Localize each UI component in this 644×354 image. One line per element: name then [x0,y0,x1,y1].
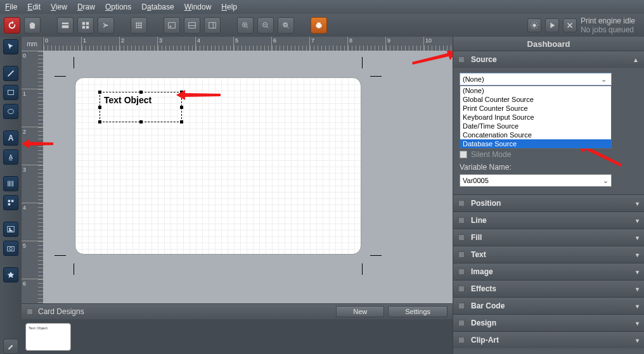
section-header[interactable]: Text▾ [453,246,644,263]
svg-rect-12 [284,23,287,26]
section-header[interactable]: Bar Code▾ [453,298,644,314]
section-toggle-icon [458,337,465,343]
menu-database[interactable]: Database [141,3,174,11]
section-toggle-icon [458,234,465,241]
chevron-down-icon: ⌄ [603,177,609,185]
rect-tool[interactable] [3,85,18,100]
card-surface[interactable]: Text Object [75,77,361,255]
section-header[interactable]: Design▾ [453,315,644,331]
zoom-fit-button[interactable] [278,17,294,34]
section-title: Text [471,250,486,259]
camera-tool[interactable] [3,241,18,256]
ellipse-tool[interactable] [3,104,18,119]
rtf-tool[interactable]: A̲ [3,149,18,165]
settings-design-button[interactable]: Settings [388,306,448,317]
engine-play-button[interactable] [545,18,559,32]
menu-help[interactable]: Help [221,3,237,11]
source-option[interactable]: Print Counter Source [460,104,611,113]
menu-draw[interactable]: Draw [77,3,95,11]
menu-bar: File Edit View Draw Options Database Win… [0,0,644,14]
trash-button[interactable] [24,17,41,34]
section-title: Line [471,216,487,225]
line-tool[interactable] [3,66,18,81]
section-toggle-icon [458,200,465,206]
annotation-arrow-icon [412,51,453,65]
section-title: Position [471,199,501,208]
db-grid-button[interactable] [77,17,94,34]
source-option[interactable]: (None) [460,86,611,95]
svg-rect-14 [317,23,320,25]
layout-button-1[interactable] [164,17,180,34]
panel-collapse-icon[interactable] [27,308,33,315]
svg-rect-6 [189,25,196,26]
grid-toggle-button[interactable] [131,17,147,34]
db-broadcast-button[interactable] [98,17,114,34]
source-combo-value: (None) [463,75,484,83]
section-header[interactable]: Image▾ [453,263,644,280]
svg-rect-0 [62,23,69,25]
svg-rect-1 [62,25,69,28]
section-title: Fill [471,233,482,242]
print-button[interactable] [311,17,327,34]
design-thumbnail[interactable]: Text Object [25,323,71,351]
source-option[interactable]: Date/Time Source [460,122,611,130]
section-toggle-icon [458,286,465,292]
section-header[interactable]: Clip-Art▾ [453,332,644,348]
text-tool[interactable]: A [3,130,18,146]
print-status: Print engine idle No jobs queued [527,16,640,34]
section-header[interactable]: Position▾ [453,195,644,212]
svg-point-18 [8,110,14,114]
chevron-down-icon: ▾ [636,217,639,224]
image-tool[interactable] [3,222,18,237]
chevron-up-icon: ▲ [633,56,639,63]
menu-view[interactable]: View [51,3,67,11]
menu-window[interactable]: Window [184,3,212,11]
db-table-button[interactable] [57,17,74,34]
design-canvas[interactable]: Text Object [43,51,453,303]
2d-barcode-tool[interactable] [3,195,18,210]
menu-edit[interactable]: Edit [27,3,41,11]
svg-rect-7 [209,23,216,28]
source-option[interactable]: Keyboard Input Source [460,113,611,122]
variable-name-value: Var0005 [463,177,489,184]
section-toggle-icon [458,320,465,326]
select-tool[interactable] [3,39,18,54]
silent-mode-checkbox[interactable] [460,151,467,158]
card-designs-title: Card Designs [38,307,84,316]
section-header[interactable]: Fill▾ [453,229,644,246]
vertical-ruler: 0123456 [22,51,43,303]
source-option[interactable]: Database Source [460,139,611,148]
source-option[interactable]: Concatenation Source [460,130,611,139]
chevron-down-icon: ⌄ [598,75,609,84]
new-design-button[interactable]: New [336,306,384,317]
chevron-down-icon: ▾ [636,251,639,258]
engine-stop-button[interactable] [563,18,577,32]
engine-settings-button[interactable] [527,18,541,32]
barcode-tool[interactable] [3,176,18,191]
section-title: Clip-Art [471,336,499,345]
menu-options[interactable]: Options [105,3,131,11]
source-combo[interactable]: (None) ⌄ [460,73,612,85]
svg-point-2 [106,25,108,27]
source-dropdown-list[interactable]: (None)Global Counter SourcePrint Counter… [460,85,612,149]
paint-tool[interactable] [3,339,18,354]
layout-button-2[interactable] [184,17,200,34]
text-object[interactable]: Text Object [100,92,182,122]
section-header-source[interactable]: Source ▲ [453,51,644,68]
section-toggle-icon [458,56,465,63]
menu-file[interactable]: File [5,3,17,11]
chevron-down-icon: ▾ [636,269,639,275]
section-header[interactable]: Line▾ [453,212,644,229]
layout-button-3[interactable] [204,17,221,34]
refresh-button[interactable] [4,17,20,34]
svg-rect-19 [8,200,11,203]
source-option[interactable]: Global Counter Source [460,95,611,104]
variable-name-combo[interactable]: Var0005 ⌄ [460,174,612,187]
zoom-in-button[interactable] [237,17,254,34]
section-header[interactable]: Effects▾ [453,281,644,297]
print-status-line2: No jobs queued [581,25,635,34]
clipart-tool[interactable] [3,267,18,282]
chevron-down-icon: ▾ [636,303,639,310]
dashboard-panel: Dashboard Source ▲ (None) ⌄ (None)Global… [453,37,644,354]
zoom-out-button[interactable] [257,17,274,34]
